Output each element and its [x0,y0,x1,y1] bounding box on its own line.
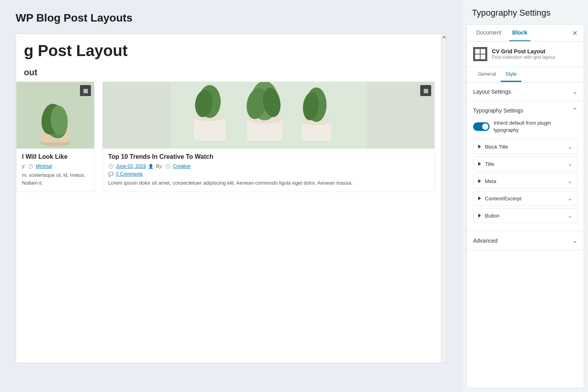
sub-accordion-button: Button ⌄ [473,208,577,223]
block-icon-sq4 [481,54,485,59]
right-panel: Typography Settings Document Block ✕ CV … [463,0,588,392]
layout-settings-title: Layout Settings [473,89,511,95]
post-excerpt-2: Lorem ipsum dolor sit amet, consectetuer… [108,179,429,187]
post-excerpt-1: m, scelerisque ut, id, metus. Nullam ii. [22,171,89,187]
sub-chevron-content: ⌄ [568,195,572,201]
clock-icon-2 [108,163,114,169]
author-label-2: By: [156,163,163,169]
sub-accordion-header-meta[interactable]: Meta ⌄ [474,174,577,188]
sub-accordion-block-title: Block Title ⌄ [473,139,577,154]
layout-settings-section: Layout Settings ⌄ [467,82,584,101]
toggle-label: Inherit default from plugin typography [494,120,577,134]
advanced-chevron: ⌄ [572,237,577,244]
sub-accordion-header-content[interactable]: Content/Excerpt ⌄ [474,191,577,205]
post-card-body-1: l Will Look Like y: Minimal m, scelerisq… [16,149,94,191]
sub-accordion-meta: Meta ⌄ [473,174,577,189]
block-info: CV Grid Post Layout Post collection with… [467,42,584,67]
sub-chevron-meta: ⌄ [568,178,572,184]
main-area: WP Blog Post Layouts g Post Layout out [0,0,463,392]
block-icon-sq3 [475,54,480,59]
panel-header-title: Typography Settings [463,0,588,24]
post-image-icon-2: ▦ [420,85,431,96]
post-comments-2: 0 Comments [108,171,429,177]
sub-chevron-button: ⌄ [568,212,572,219]
canvas-content: g Post Layout out [16,34,446,200]
post-title-1: l Will Look Like [22,153,89,160]
block-icon-sq1 [475,49,480,54]
advanced-title: Advanced [473,238,497,244]
typography-settings-section: Typography Settings ⌃ Inherit default fr… [467,101,584,231]
block-icon-sq2 [481,49,485,54]
meta-label-1: y: [22,163,25,169]
sub-arrow-button [478,214,481,218]
page-title: WP Blog Post Layouts [16,12,447,24]
wp-panel: Document Block ✕ CV Grid Post Layout Pos… [466,24,584,388]
sub-accordion-title: Title ⌄ [473,156,577,171]
sub-title-meta: Meta [485,178,564,184]
block-description: Post collection with grid layout [492,54,555,60]
sub-arrow-block-title [478,145,481,149]
sub-accordion-header-title[interactable]: Title ⌄ [474,157,577,171]
meta-category-1[interactable]: Minimal [36,163,52,169]
post-grid: ▦ l Will Look Like y: Minimal m, sceleri… [16,82,435,192]
clock-icon-2b [165,163,171,169]
post-meta-1: y: Minimal [22,163,89,169]
typography-settings-title: Typography Settings [473,107,523,114]
sub-accordion-header-block-title[interactable]: Block Title ⌄ [474,140,577,154]
sub-arrow-title [478,162,481,166]
layout-settings-header[interactable]: Layout Settings ⌄ [467,82,584,101]
post-card-1: ▦ l Will Look Like y: Minimal m, sceleri… [16,82,94,192]
block-details: CV Grid Post Layout Post collection with… [492,48,555,60]
partial-subheading: out [16,67,435,78]
post-image-icon-1: ▦ [80,85,91,96]
typography-chevron: ⌃ [572,107,577,114]
toggle-row: Inherit default from plugin typography [473,120,577,134]
post-meta-2: June 03, 2019 By: Creative [108,163,429,169]
sub-title-content: Content/Excerpt [485,196,564,201]
tab-style[interactable]: Style [501,67,521,82]
comments-link-2[interactable]: 0 Comments [116,171,143,177]
editor-canvas: g Post Layout out [16,34,447,363]
comment-icon-2 [108,171,114,177]
post-card-2: ▦ Top 10 Trends In Creative To Watch Jun… [102,82,435,192]
block-name: CV Grid Post Layout [492,48,555,54]
post-card-body-2: Top 10 Trends In Creative To Watch June … [103,149,434,192]
typography-settings-content: Inherit default from plugin typography B… [467,120,584,231]
panel-tabs: Document Block ✕ [467,25,584,42]
sub-title-title: Title [485,161,564,167]
style-tabs: General Style [467,67,584,82]
advanced-section: Advanced ⌄ [467,231,584,250]
sub-arrow-content [478,196,481,200]
user-icon-2 [148,163,154,169]
sub-accordion-header-button[interactable]: Button ⌄ [474,209,577,223]
layout-chevron: ⌄ [572,88,577,95]
typography-settings-header[interactable]: Typography Settings ⌃ [467,101,584,120]
toggle-inherit-typography[interactable] [473,122,490,131]
post-image-1: ▦ [16,82,94,149]
sub-title-block-title: Block Title [485,144,564,150]
tab-general[interactable]: General [473,67,501,82]
tab-block[interactable]: Block [509,25,530,41]
close-button[interactable]: ✕ [572,29,577,37]
sub-accordion-content: Content/Excerpt ⌄ [473,191,577,206]
advanced-header[interactable]: Advanced ⌄ [467,231,584,250]
post-title-2: Top 10 Trends In Creative To Watch [108,153,429,160]
tab-document[interactable]: Document [473,25,505,41]
block-icon [473,47,487,61]
sub-chevron-title: ⌄ [568,161,572,167]
sub-arrow-meta [478,179,481,183]
post-date-2[interactable]: June 03, 2019 [116,163,146,169]
sub-title-button: Button [485,213,564,219]
sub-chevron-block-title: ⌄ [568,143,572,150]
blog-heading: g Post Layout [16,42,435,60]
post-image-2: ▦ [103,82,434,149]
clock-icon-1 [28,163,33,169]
category-2[interactable]: Creative [173,163,191,169]
